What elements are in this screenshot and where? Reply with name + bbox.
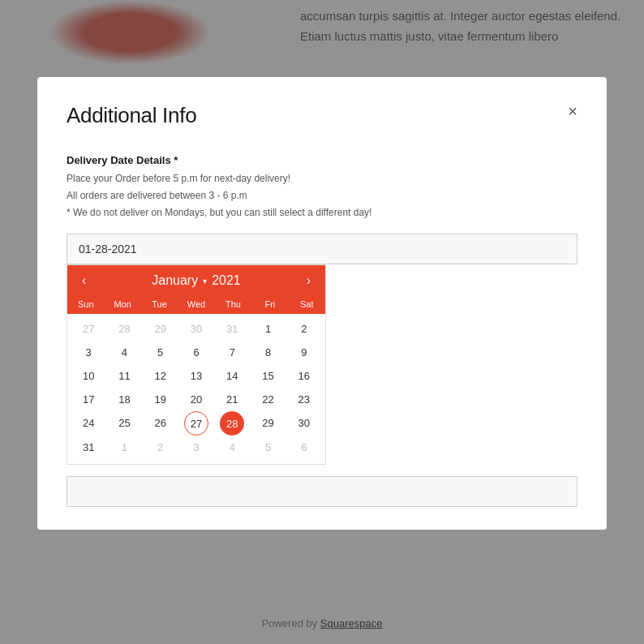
calendar-day[interactable]: 18 bbox=[106, 388, 142, 411]
calendar-day[interactable]: 31 bbox=[71, 436, 106, 459]
next-month-button[interactable]: › bbox=[303, 274, 314, 287]
calendar-day[interactable]: 21 bbox=[214, 388, 250, 411]
calendar: ‹ January ▾ 2021 › Sun Mon Tue Wed Thu F… bbox=[67, 264, 326, 465]
calendar-day[interactable]: 6 bbox=[178, 341, 214, 364]
delivery-info-2: All orders are delivered between 3 - 6 p… bbox=[67, 188, 577, 203]
delivery-section: Delivery Date Details * Place your Order… bbox=[67, 154, 577, 264]
calendar-day[interactable]: 4 bbox=[106, 341, 142, 364]
calendar-day[interactable]: 30 bbox=[286, 411, 322, 436]
calendar-day[interactable]: 23 bbox=[286, 388, 322, 411]
second-input[interactable] bbox=[67, 476, 577, 507]
calendar-day[interactable]: 3 bbox=[178, 436, 214, 459]
calendar-day[interactable]: 31 bbox=[214, 317, 250, 341]
squarespace-link[interactable]: Squarespace bbox=[320, 617, 383, 629]
weekday-sun: Sun bbox=[67, 299, 104, 309]
calendar-year: 2021 bbox=[212, 273, 241, 288]
calendar-day[interactable]: 4 bbox=[214, 436, 250, 459]
calendar-day[interactable]: 29 bbox=[143, 317, 178, 341]
month-dropdown-arrow[interactable]: ▾ bbox=[203, 277, 207, 286]
calendar-day[interactable]: 22 bbox=[250, 388, 286, 411]
calendar-day[interactable]: 16 bbox=[286, 364, 322, 388]
calendar-day[interactable]: 28 bbox=[220, 411, 244, 436]
calendar-day[interactable]: 24 bbox=[71, 411, 106, 436]
calendar-day[interactable]: 20 bbox=[178, 388, 214, 411]
calendar-day[interactable]: 2 bbox=[143, 436, 178, 459]
powered-by-footer: Powered by Squarespace bbox=[0, 617, 644, 629]
weekday-sat: Sat bbox=[289, 299, 325, 309]
calendar-header: ‹ January ▾ 2021 › bbox=[67, 265, 325, 296]
calendar-weekdays: Sun Mon Tue Wed Thu Fri Sat bbox=[67, 296, 325, 314]
calendar-day[interactable]: 12 bbox=[143, 364, 178, 388]
delivery-section-label: Delivery Date Details * bbox=[67, 154, 577, 166]
calendar-day[interactable]: 14 bbox=[214, 364, 250, 388]
calendar-day[interactable]: 13 bbox=[178, 364, 214, 388]
delivery-info-1: Place your Order before 5 p.m for next-d… bbox=[67, 171, 577, 186]
delivery-info-3: * We do not deliver on Mondays, but you … bbox=[67, 205, 577, 220]
calendar-day[interactable]: 25 bbox=[106, 411, 142, 436]
date-input[interactable] bbox=[67, 234, 577, 264]
weekday-mon: Mon bbox=[104, 299, 140, 309]
calendar-day[interactable]: 26 bbox=[143, 411, 178, 436]
calendar-day[interactable]: 29 bbox=[250, 411, 286, 436]
calendar-day[interactable]: 10 bbox=[71, 364, 106, 388]
modal-title: Additional Info bbox=[67, 103, 196, 128]
calendar-day[interactable]: 2 bbox=[286, 317, 322, 341]
prev-month-button[interactable]: ‹ bbox=[79, 274, 89, 287]
calendar-day[interactable]: 27 bbox=[71, 317, 106, 341]
calendar-day[interactable]: 1 bbox=[106, 436, 142, 459]
calendar-day[interactable]: 1 bbox=[250, 317, 286, 341]
close-button[interactable]: × bbox=[568, 103, 577, 119]
weekday-tue: Tue bbox=[141, 299, 178, 309]
calendar-day[interactable]: 27 bbox=[184, 411, 208, 436]
calendar-day[interactable]: 30 bbox=[178, 317, 214, 341]
weekday-thu: Thu bbox=[215, 299, 251, 309]
calendar-month: January bbox=[152, 273, 198, 288]
calendar-day[interactable]: 17 bbox=[71, 388, 106, 411]
calendar-month-year: January ▾ 2021 bbox=[152, 273, 241, 288]
weekday-fri: Fri bbox=[251, 299, 288, 309]
weekday-wed: Wed bbox=[178, 299, 214, 309]
calendar-day[interactable]: 7 bbox=[214, 341, 250, 364]
calendar-day[interactable]: 19 bbox=[143, 388, 178, 411]
calendar-day[interactable]: 6 bbox=[286, 436, 322, 459]
calendar-day[interactable]: 3 bbox=[71, 341, 106, 364]
calendar-day[interactable]: 5 bbox=[250, 436, 286, 459]
modal-header: Additional Info × bbox=[67, 103, 577, 128]
calendar-day[interactable]: 9 bbox=[286, 341, 322, 364]
calendar-day[interactable]: 11 bbox=[106, 364, 142, 388]
calendar-day[interactable]: 8 bbox=[250, 341, 286, 364]
additional-info-modal: Additional Info × Delivery Date Details … bbox=[37, 77, 607, 530]
calendar-day[interactable]: 5 bbox=[143, 341, 178, 364]
calendar-days: 2728293031123456789101112131415161718192… bbox=[67, 314, 325, 464]
calendar-day[interactable]: 28 bbox=[106, 317, 142, 341]
calendar-day[interactable]: 15 bbox=[250, 364, 286, 388]
